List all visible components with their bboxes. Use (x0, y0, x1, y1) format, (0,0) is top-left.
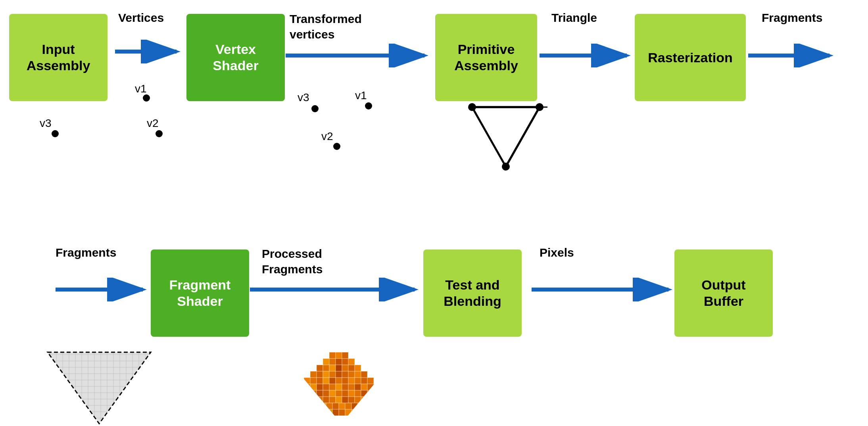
rasterization-box: Rasterization (635, 14, 746, 101)
svg-rect-25 (336, 352, 342, 359)
svg-rect-119 (377, 403, 383, 409)
svg-rect-36 (342, 365, 348, 371)
svg-rect-101 (374, 397, 380, 403)
test-blending-box: Test andBlending (423, 249, 522, 337)
svg-rect-128 (320, 409, 326, 416)
svg-rect-88 (291, 397, 298, 403)
svg-rect-92 (317, 397, 323, 403)
svg-rect-51 (323, 378, 329, 384)
input-assembly-box: Input Assembly (9, 14, 108, 101)
svg-rect-52 (329, 378, 336, 384)
svg-rect-114 (345, 403, 351, 409)
triangle-label: Triangle (551, 11, 597, 25)
svg-rect-59 (298, 384, 304, 390)
v1-after-dot (365, 102, 372, 109)
svg-rect-91 (310, 397, 317, 403)
svg-rect-135 (364, 409, 371, 416)
svg-rect-120 (383, 403, 390, 409)
svg-rect-140 (396, 409, 402, 416)
svg-rect-29 (336, 359, 342, 365)
svg-rect-33 (323, 365, 329, 371)
svg-rect-127 (313, 409, 320, 416)
v2-before-dot (156, 130, 163, 137)
svg-rect-139 (390, 409, 396, 416)
svg-rect-96 (342, 397, 348, 403)
svg-rect-93 (323, 397, 329, 403)
svg-rect-132 (345, 409, 351, 416)
svg-rect-70 (367, 384, 374, 390)
v2-after-label: v2 (321, 130, 333, 143)
processed-fragments-label: ProcessedFragments (262, 246, 323, 277)
svg-rect-84 (367, 390, 374, 397)
output-buffer-box: OutputBuffer (674, 249, 773, 337)
diagram-container: Input Assembly Vertices VertexShader v1 … (0, 0, 868, 426)
svg-rect-56 (355, 378, 361, 384)
svg-rect-111 (326, 403, 332, 409)
svg-rect-46 (355, 371, 361, 378)
vertices-label: Vertices (118, 11, 164, 25)
svg-rect-116 (358, 403, 364, 409)
svg-rect-118 (371, 403, 377, 409)
svg-rect-82 (355, 390, 361, 397)
v3-after-label: v3 (298, 91, 309, 104)
dashed-triangle (44, 348, 155, 426)
svg-rect-105 (288, 403, 294, 409)
svg-rect-34 (329, 365, 336, 371)
svg-rect-53 (336, 378, 342, 384)
v1-before-label: v1 (135, 83, 147, 95)
svg-rect-97 (348, 397, 355, 403)
svg-rect-60 (304, 384, 310, 390)
svg-rect-138 (383, 409, 390, 416)
v3-before-label: v3 (40, 117, 52, 130)
v1-after-label: v1 (355, 89, 367, 102)
svg-rect-86 (380, 390, 386, 397)
arrow-1 (115, 40, 186, 63)
svg-rect-65 (336, 384, 342, 390)
v3-after-dot (311, 105, 319, 112)
svg-rect-81 (348, 390, 355, 397)
arrow-6 (250, 278, 424, 301)
svg-rect-95 (336, 397, 342, 403)
svg-rect-79 (336, 390, 342, 397)
svg-rect-40 (317, 371, 323, 378)
svg-rect-112 (332, 403, 339, 409)
arrow-4 (748, 44, 839, 67)
fragment-shader-box: FragmentShader (151, 249, 249, 337)
svg-rect-54 (342, 378, 348, 384)
svg-rect-131 (339, 409, 345, 416)
svg-rect-57 (361, 378, 367, 384)
colored-pixels-triangle: // We'll use SVG rects manually for the … (278, 348, 405, 426)
svg-rect-45 (348, 371, 355, 378)
arrow-2 (286, 44, 434, 67)
svg-rect-68 (355, 384, 361, 390)
arrow-3 (540, 44, 637, 67)
svg-rect-125 (301, 409, 307, 416)
v1-before-dot (143, 94, 150, 102)
primitive-assembly-label: PrimitiveAssembly (454, 41, 518, 74)
svg-rect-129 (326, 409, 332, 416)
svg-rect-115 (351, 403, 358, 409)
svg-rect-49 (310, 378, 317, 384)
v3-before-dot (52, 130, 59, 137)
svg-rect-106 (294, 403, 301, 409)
svg-rect-126 (307, 409, 313, 416)
svg-rect-31 (348, 359, 355, 365)
svg-rect-100 (367, 397, 374, 403)
svg-rect-124 (294, 409, 301, 416)
svg-rect-136 (371, 409, 377, 416)
svg-rect-39 (310, 371, 317, 378)
svg-rect-94 (329, 397, 336, 403)
svg-rect-73 (298, 390, 304, 397)
svg-rect-130 (332, 409, 339, 416)
svg-rect-27 (323, 359, 329, 365)
primitive-assembly-box: PrimitiveAssembly (435, 14, 537, 101)
svg-rect-133 (351, 409, 358, 416)
svg-rect-85 (374, 390, 380, 397)
svg-rect-113 (339, 403, 345, 409)
svg-rect-87 (285, 397, 291, 403)
svg-rect-58 (367, 378, 374, 384)
svg-rect-64 (329, 384, 336, 390)
svg-rect-24 (329, 352, 336, 359)
svg-rect-35 (336, 365, 342, 371)
svg-rect-67 (348, 384, 355, 390)
